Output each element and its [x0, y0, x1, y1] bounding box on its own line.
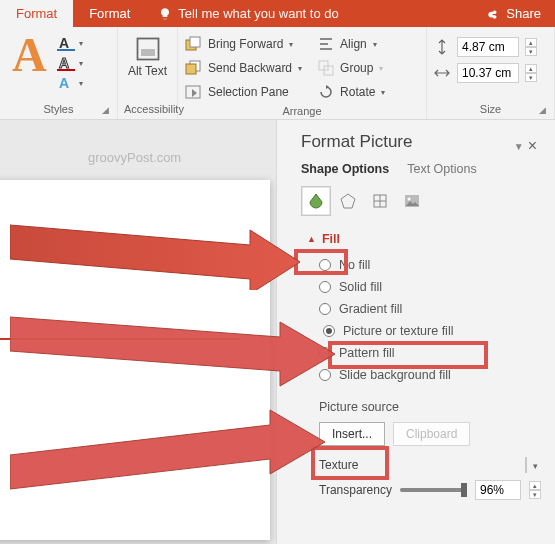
align-button[interactable]: Align▾ [318, 33, 385, 55]
svg-rect-10 [186, 64, 196, 74]
slide-canvas[interactable]: groovyPost.com [0, 120, 276, 544]
size-properties-tab-icon[interactable] [365, 186, 395, 216]
group-label-size: Size [480, 103, 501, 115]
width-input[interactable] [457, 63, 519, 83]
group-label-arrange: Arrange [282, 105, 321, 117]
radio-pattern-fill[interactable]: Pattern fill [319, 342, 541, 364]
texture-label: Texture [319, 458, 358, 472]
svg-text:A: A [59, 75, 69, 91]
tab-format[interactable]: Format [73, 0, 146, 27]
spin-up-icon[interactable]: ▴ [525, 64, 537, 73]
svg-rect-1 [57, 49, 75, 51]
insert-button[interactable]: Insert... [319, 422, 385, 446]
slide[interactable] [0, 180, 270, 540]
close-icon[interactable]: × [524, 137, 541, 155]
alt-text-label: Alt Text [128, 65, 167, 78]
radio-solid-fill[interactable]: Solid fill [319, 276, 541, 298]
clipboard-button: Clipboard [393, 422, 470, 446]
rotate-button[interactable]: Rotate▾ [318, 81, 385, 103]
svg-marker-14 [341, 194, 355, 208]
width-field[interactable]: ▴▾ [433, 63, 537, 83]
texture-picker[interactable] [525, 457, 527, 473]
svg-point-17 [408, 198, 411, 201]
collapse-icon: ▲ [307, 234, 316, 244]
bring-forward-icon [184, 36, 202, 52]
alt-text-button[interactable]: Alt Text [125, 31, 171, 78]
text-outline-icon: A [57, 55, 75, 71]
tab-text-options[interactable]: Text Options [407, 162, 476, 176]
spin-down-icon[interactable]: ▾ [525, 73, 537, 82]
dialog-launcher-icon[interactable]: ◢ [539, 105, 546, 115]
rotate-icon [318, 84, 334, 100]
group-label-styles: Styles [44, 103, 74, 115]
dialog-launcher-icon[interactable]: ◢ [102, 105, 109, 115]
spin-up-icon[interactable]: ▴ [525, 38, 537, 47]
radio-gradient-fill[interactable]: Gradient fill [319, 298, 541, 320]
align-icon [318, 36, 334, 52]
tab-format-active[interactable]: Format [0, 0, 73, 27]
group-button: Group▾ [318, 57, 385, 79]
transparency-input[interactable] [475, 480, 521, 500]
picture-source-label: Picture source [301, 394, 541, 418]
search-placeholder: Tell me what you want to do [178, 6, 338, 21]
text-fill-icon: A [57, 35, 75, 51]
text-fill-button[interactable]: A▾ [57, 35, 83, 51]
titlebar: Format Format Tell me what you want to d… [0, 0, 555, 27]
text-effects-button[interactable]: A▾ [57, 75, 83, 91]
height-field[interactable]: ▴▾ [433, 37, 537, 57]
fill-section-header[interactable]: ▲ Fill [301, 230, 346, 248]
group-label-accessibility: Accessibility [124, 103, 184, 115]
radio-slide-background-fill[interactable]: Slide background fill [319, 364, 541, 386]
spin-down-icon[interactable]: ▾ [529, 490, 541, 499]
width-icon [433, 64, 451, 82]
radio-picture-texture-fill[interactable]: Picture or texture fill [319, 320, 541, 342]
share-icon [486, 7, 500, 21]
radio-no-fill[interactable]: No fill [319, 254, 541, 276]
transparency-slider[interactable] [400, 488, 467, 492]
spin-up-icon[interactable]: ▴ [529, 481, 541, 490]
ribbon: A A▾ A▾ A▾ Styles◢ Alt Text Accessibilit… [0, 27, 555, 120]
bring-forward-button[interactable]: Bring Forward▾ [184, 33, 302, 55]
spin-down-icon[interactable]: ▾ [525, 47, 537, 56]
tell-me-search[interactable]: Tell me what you want to do [146, 0, 472, 27]
text-outline-button[interactable]: A▾ [57, 55, 83, 71]
share-button[interactable]: Share [472, 0, 555, 27]
selection-pane-icon [184, 84, 202, 100]
wordart-styles-gallery[interactable]: A [6, 31, 53, 79]
svg-text:A: A [59, 55, 69, 71]
picture-tab-icon[interactable] [397, 186, 427, 216]
pane-menu-button[interactable]: ▼ [514, 141, 524, 152]
svg-rect-8 [190, 37, 200, 47]
format-picture-pane: Format Picture ▼ × Shape Options Text Op… [276, 120, 555, 544]
pane-title: Format Picture [301, 132, 514, 152]
shape-line[interactable] [0, 338, 240, 340]
height-input[interactable] [457, 37, 519, 57]
effects-tab-icon[interactable] [333, 186, 363, 216]
height-icon [433, 38, 451, 56]
group-icon [318, 60, 334, 76]
send-backward-icon [184, 60, 202, 76]
svg-rect-6 [141, 49, 155, 56]
share-label: Share [506, 6, 541, 21]
svg-rect-3 [57, 69, 75, 71]
watermark: groovyPost.com [88, 150, 181, 165]
text-effects-icon: A [57, 75, 75, 91]
transparency-label: Transparency [319, 483, 392, 497]
workspace: groovyPost.com Format Picture ▼ × Shape … [0, 120, 555, 544]
fill-line-tab-icon[interactable] [301, 186, 331, 216]
svg-text:A: A [59, 35, 69, 51]
tab-shape-options[interactable]: Shape Options [301, 162, 389, 176]
lightbulb-icon [158, 7, 172, 21]
send-backward-button[interactable]: Send Backward▾ [184, 57, 302, 79]
alt-text-icon [134, 35, 162, 63]
selection-pane-button[interactable]: Selection Pane [184, 81, 302, 103]
